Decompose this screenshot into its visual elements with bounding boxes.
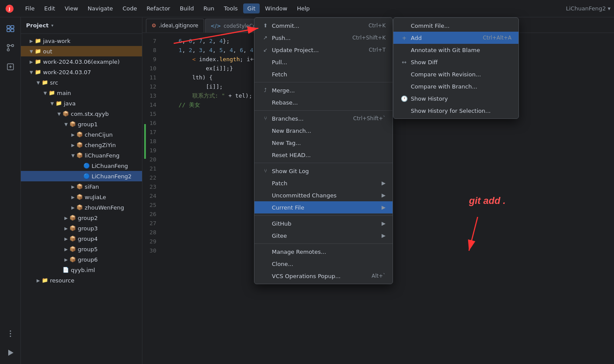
tree-item-siFan[interactable]: ▶ 📦 siFan — [21, 181, 142, 192]
tree-arrow: ▶ — [63, 216, 69, 220]
patch-arrow-icon: ▶ — [382, 180, 386, 186]
sidebar-icon-plugins[interactable] — [3, 59, 18, 75]
tree-item-wuJiaLe[interactable]: ▶ 📦 wuJiaLe — [21, 192, 142, 202]
menu-vcs-popup[interactable]: VCS Operations Popup... Alt+` — [254, 270, 393, 282]
menu-edit[interactable]: Edit — [40, 3, 59, 13]
tree-arrow: ▶ — [35, 278, 42, 283]
menu-merge[interactable]: ⤴ Merge... — [254, 84, 393, 96]
menu-push[interactable]: ↗ Push... Ctrl+Shift+K — [254, 32, 393, 44]
tree-item-group4[interactable]: ▶ 📦 group4 — [21, 233, 142, 244]
menu-refactor[interactable]: Refactor — [142, 3, 175, 13]
svg-rect-3 — [11, 26, 14, 28]
git-log-icon: ⑂ — [261, 168, 269, 174]
menu-tools[interactable]: Tools — [220, 3, 242, 13]
submenu-show-diff[interactable]: ↔ Show Diff — [393, 56, 518, 68]
menu-fetch-label: Fetch — [272, 71, 287, 78]
tree-item-main[interactable]: ▼ 📁 main — [21, 88, 142, 98]
uncommitted-arrow-icon: ▶ — [382, 192, 386, 198]
menu-update-project[interactable]: ↙ Update Project... Ctrl+T — [254, 44, 393, 56]
menu-navigate[interactable]: Navigate — [83, 3, 117, 13]
tree-label: LiChuanFeng2 — [92, 173, 132, 180]
add-icon: + — [400, 35, 408, 41]
tree-label: wuJiaLe — [85, 194, 106, 200]
menu-gitee[interactable]: Gitee ▶ — [254, 230, 393, 242]
menu-show-git-log[interactable]: ⑂ Show Git Log — [254, 165, 393, 177]
menu-file[interactable]: File — [21, 3, 39, 13]
tree-item-work-2024-03-06[interactable]: ▶ 📁 work-2024.03.06(example) — [21, 56, 142, 67]
menu-commit[interactable]: ⬆ Commit... Ctrl+K — [254, 20, 393, 32]
tab-gitignore[interactable]: ⚙ .idea\.gitignore — [146, 19, 204, 33]
tree-item-liChuanFeng[interactable]: ▼ 📦 liChuanFeng — [21, 150, 142, 161]
tree-item-qyyb-iml[interactable]: 📄 qyyb.iml — [21, 265, 142, 275]
submenu-compare-branch[interactable]: Compare with Branch... — [393, 80, 518, 92]
menu-fetch[interactable]: Fetch — [254, 68, 393, 80]
menu-help[interactable]: Help — [293, 3, 314, 13]
tree-label: group1 — [78, 121, 98, 128]
tree-item-resource[interactable]: ▶ 📁 resource — [21, 275, 142, 285]
tree-item-group2[interactable]: ▶ 📦 group2 — [21, 213, 142, 223]
package-icon: 📦 — [76, 194, 83, 200]
tab-gitignore-label: .idea\.gitignore — [159, 23, 198, 29]
submenu-annotate[interactable]: Annotate with Git Blame — [393, 44, 518, 56]
menu-build[interactable]: Build — [175, 3, 198, 13]
submenu-show-history-selection[interactable]: Show History for Selection... — [393, 105, 518, 117]
sidebar-icon-run[interactable] — [3, 345, 18, 361]
tree-item-work-2024-03-07[interactable]: ▼ 📁 work-2024.03.07 — [21, 67, 142, 77]
separator-1 — [254, 82, 393, 82]
menu-vcs-popup-label: VCS Operations Popup... — [272, 273, 340, 279]
menu-uncommitted[interactable]: Uncommitted Changes ▶ — [254, 189, 393, 201]
menu-branches[interactable]: ⑂ Branches... Ctrl+Shift+` — [254, 112, 393, 125]
git-new-indicator — [144, 124, 146, 159]
tree-label: chenCijun — [85, 131, 112, 138]
menu-github[interactable]: GitHub ▶ — [254, 217, 393, 230]
tree-item-LiChuanFeng2[interactable]: 🔵 LiChuanFeng2 — [21, 171, 142, 181]
sidebar-icon-project[interactable] — [3, 21, 18, 36]
line-numbers: 7891011 1213141516 1718192021 2223242526… — [142, 33, 160, 364]
menu-window[interactable]: Window — [261, 3, 291, 13]
package-icon: 📦 — [69, 121, 76, 127]
menu-run[interactable]: Run — [199, 3, 219, 13]
menu-manage-remotes[interactable]: Manage Remotes... — [254, 246, 393, 258]
tree-item-chenCijun[interactable]: ▶ 📦 chenCijun — [21, 129, 142, 140]
project-chevron[interactable]: ▾ — [51, 23, 53, 28]
tree-item-group1[interactable]: ▼ 📦 group1 — [21, 119, 142, 129]
tree-item-com-stx-qyyb[interactable]: ▼ 📦 com.stx.qyyb — [21, 108, 142, 119]
tree-item-chengZiYin[interactable]: ▶ 📦 chengZiYin — [21, 140, 142, 150]
menu-new-tag[interactable]: New Tag... — [254, 137, 393, 149]
tree-item-group5[interactable]: ▶ 📦 group5 — [21, 244, 142, 254]
menu-patch[interactable]: Patch ▶ — [254, 177, 393, 189]
menu-current-file[interactable]: Current File ▶ — [254, 201, 393, 213]
menu-code[interactable]: Code — [118, 3, 141, 13]
submenu-add[interactable]: + Add Ctrl+Alt+A — [393, 32, 518, 44]
menu-reset-head[interactable]: Reset HEAD... — [254, 149, 393, 161]
menu-rebase[interactable]: Rebase... — [254, 96, 393, 108]
menu-git[interactable]: Git — [243, 3, 260, 13]
tree-label: main — [57, 90, 71, 96]
tree-item-src[interactable]: ▼ 📁 src — [21, 77, 142, 88]
tree-arrow: ▼ — [28, 49, 35, 54]
tree-item-out[interactable]: ▼ 📁 out — [21, 46, 142, 56]
sidebar-icon-vcs[interactable] — [3, 40, 18, 56]
submenu-show-diff-label: Show Diff — [411, 59, 438, 66]
folder-icon: 📁 — [49, 90, 55, 96]
menu-view[interactable]: View — [60, 3, 83, 13]
menu-new-branch[interactable]: New Branch... — [254, 125, 393, 137]
svg-rect-4 — [7, 29, 10, 32]
java-file-icon: 🔵 — [83, 163, 90, 169]
menu-pull[interactable]: Pull... — [254, 56, 393, 68]
tree-item-group3[interactable]: ▶ 📦 group3 — [21, 223, 142, 233]
iml-icon: 📄 — [63, 267, 69, 273]
tree-item-group6[interactable]: ▶ 📦 group6 — [21, 254, 142, 265]
sidebar-icon-more[interactable] — [3, 326, 18, 341]
tree-item-java[interactable]: ▼ 📁 java — [21, 98, 142, 108]
tree-item-LiChuanFeng[interactable]: 🔵 LiChuanFeng — [21, 161, 142, 171]
submenu-commit-file[interactable]: Commit File... — [393, 20, 518, 32]
tab-codestyle-icon: </> — [211, 23, 221, 29]
submenu-compare-revision[interactable]: Compare with Revision... — [393, 68, 518, 80]
tree-item-java-work[interactable]: ▶ 📁 java-work — [21, 36, 142, 46]
push-icon: ↗ — [261, 35, 269, 41]
menu-clone[interactable]: Clone... — [254, 258, 393, 270]
tree-item-zhouWenFeng[interactable]: ▶ 📦 zhouWenFeng — [21, 202, 142, 213]
submenu-show-history[interactable]: 🕐 Show History — [393, 92, 518, 105]
java-file-icon-selected: 🔵 — [83, 173, 90, 179]
